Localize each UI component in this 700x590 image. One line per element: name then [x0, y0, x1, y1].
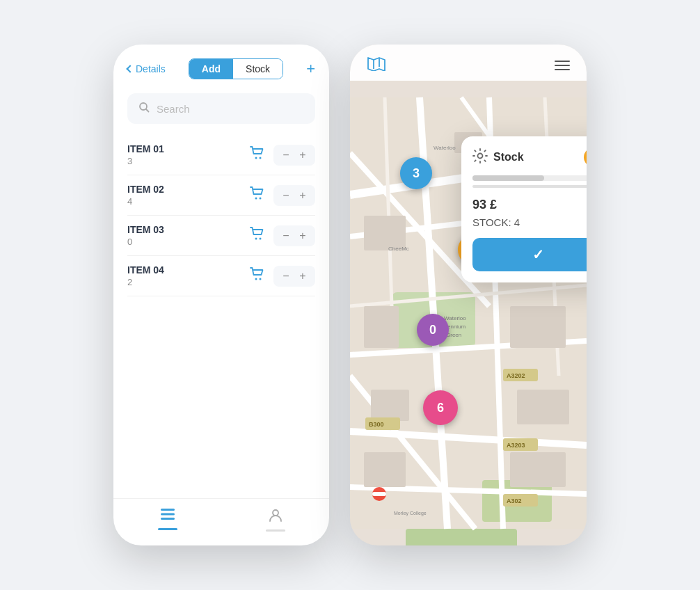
stock-card-title: Stock	[493, 151, 524, 164]
stock-count: STOCK: 4	[472, 216, 587, 228]
top-bar: Details Add Stock +	[127, 58, 315, 79]
item-info: ITEM 04 2	[127, 264, 250, 287]
plus-button[interactable]: +	[297, 230, 308, 242]
item-qty: 0	[127, 237, 250, 247]
stock-card-header: Stock 4	[472, 148, 587, 167]
svg-text:B300: B300	[369, 421, 384, 428]
svg-rect-51	[372, 492, 386, 496]
minus-button[interactable]: −	[280, 189, 292, 202]
qty-stepper[interactable]: − +	[273, 185, 315, 206]
map-container[interactable]: B300 A3202 A3203 A302 Waterloo CheeMc Wa…	[350, 81, 587, 545]
left-phone: Details Add Stock + Search	[113, 45, 329, 545]
svg-text:Waterloo: Waterloo	[444, 315, 466, 321]
bottom-nav	[113, 498, 329, 545]
item-name: ITEM 03	[127, 224, 250, 235]
nav-profile-item[interactable]	[221, 507, 329, 532]
plus-button[interactable]: +	[297, 270, 308, 282]
stock-bar-bg	[472, 175, 587, 181]
qty-stepper[interactable]: − +	[273, 266, 315, 287]
item-info: ITEM 02 4	[127, 184, 250, 207]
chevron-left-icon	[126, 65, 134, 72]
hamburger-line	[555, 61, 570, 62]
gear-icon	[472, 148, 488, 167]
pin-0[interactable]: 0	[417, 314, 449, 346]
svg-point-9	[260, 278, 262, 280]
stock-price: 93 £	[472, 198, 587, 212]
svg-point-3	[260, 157, 262, 159]
minus-button[interactable]: −	[280, 230, 292, 242]
add-plus-button[interactable]: +	[306, 60, 315, 78]
cart-icon	[250, 146, 265, 164]
tab-stock[interactable]: Stock	[233, 59, 283, 79]
item-name: ITEM 02	[127, 184, 250, 195]
hamburger-menu-icon[interactable]	[555, 61, 570, 70]
item-qty: 4	[127, 196, 250, 207]
svg-text:Waterloo: Waterloo	[433, 145, 456, 151]
plus-button[interactable]: +	[297, 149, 308, 161]
table-row: ITEM 01 3 − +	[127, 135, 315, 175]
svg-rect-39	[517, 390, 569, 424]
pin-6[interactable]: 6	[423, 390, 458, 425]
svg-rect-10	[161, 509, 175, 511]
svg-rect-37	[510, 306, 566, 348]
svg-rect-18	[406, 529, 517, 545]
cart-icon	[250, 186, 265, 204]
pin-label: 0	[429, 323, 436, 337]
cart-icon	[250, 267, 265, 285]
svg-point-6	[255, 238, 257, 240]
plus-button[interactable]: +	[297, 189, 308, 202]
back-button[interactable]: Details	[127, 63, 166, 74]
qty-stepper[interactable]: − +	[273, 225, 315, 246]
stock-title-row: Stock	[472, 148, 524, 167]
stock-bar-line	[472, 185, 587, 188]
svg-text:CheeMc: CheeMc	[388, 246, 409, 252]
search-box[interactable]: Search	[127, 93, 315, 124]
svg-point-62	[478, 153, 483, 158]
right-phone: B300 A3202 A3203 A302 Waterloo CheeMc Wa…	[350, 45, 587, 545]
qty-stepper[interactable]: − +	[273, 145, 315, 166]
confirm-button[interactable]: ✓	[472, 238, 587, 271]
profile-icon	[268, 507, 283, 527]
svg-point-8	[255, 278, 257, 280]
svg-line-1	[146, 109, 149, 112]
svg-point-5	[260, 198, 262, 200]
svg-text:A3202: A3202	[507, 372, 525, 379]
nav-active-indicator	[158, 528, 177, 530]
tab-add[interactable]: Add	[189, 59, 233, 79]
svg-rect-11	[161, 513, 175, 516]
nav-inactive-indicator	[266, 529, 285, 532]
nav-list-item[interactable]	[113, 507, 221, 532]
svg-rect-38	[371, 390, 409, 421]
svg-rect-12	[161, 518, 175, 520]
stock-bar-fill	[472, 175, 544, 181]
search-icon	[138, 102, 150, 115]
table-row: ITEM 04 2 − +	[127, 256, 315, 296]
stock-badge: 4	[584, 148, 587, 167]
minus-button[interactable]: −	[280, 149, 292, 161]
map-top-bar	[350, 45, 587, 81]
svg-rect-40	[364, 452, 406, 487]
minus-button[interactable]: −	[280, 270, 292, 282]
svg-text:A302: A302	[507, 497, 522, 504]
svg-point-7	[260, 238, 262, 240]
pin-3[interactable]: 3	[400, 157, 432, 189]
search-placeholder: Search	[157, 103, 190, 115]
svg-text:Morley College: Morley College	[394, 511, 427, 516]
pin-label: 3	[413, 166, 420, 181]
item-name: ITEM 04	[127, 264, 250, 276]
stock-label: STOCK:	[472, 216, 511, 228]
item-name: ITEM 01	[127, 143, 250, 154]
hamburger-line	[555, 65, 570, 66]
svg-point-2	[255, 157, 257, 159]
item-info: ITEM 03 0	[127, 224, 250, 247]
svg-point-13	[273, 510, 278, 516]
item-list: ITEM 01 3 − +	[127, 135, 315, 498]
pin-label: 6	[437, 401, 444, 415]
table-row: ITEM 03 0 − +	[127, 216, 315, 256]
tab-group: Add Stock	[189, 58, 283, 79]
cart-icon	[250, 227, 265, 244]
map-icon	[367, 56, 386, 75]
svg-text:A3203: A3203	[507, 442, 525, 449]
stock-value: 4	[514, 216, 520, 228]
table-row: ITEM 02 4 − +	[127, 175, 315, 216]
